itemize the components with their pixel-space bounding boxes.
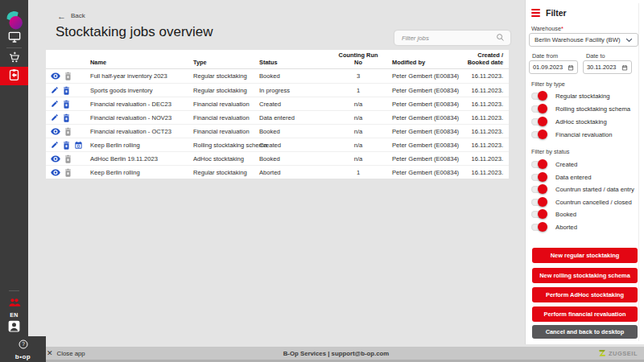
cell-modified-by: Peter Gembert (E00834) xyxy=(378,101,467,108)
page-title: Stocktaking jobs overview xyxy=(56,24,213,40)
perform-financial-revaluation-button[interactable]: Perform financial revaluation xyxy=(532,306,638,322)
sidebar-item-stocktaking-active[interactable] xyxy=(0,67,28,85)
cell-type: Regular stocktaking xyxy=(193,169,259,176)
edit-icon[interactable] xyxy=(51,100,59,108)
filter-menu-icon[interactable] xyxy=(531,9,540,17)
sidebar-item-desktop[interactable] xyxy=(0,29,28,48)
toggle-switch[interactable] xyxy=(531,105,547,113)
toggle-switch[interactable] xyxy=(531,161,547,168)
filter-panel: Filter Warehouse* Berlin Warehouse Facil… xyxy=(525,0,644,344)
back-button[interactable]: ← Back xyxy=(57,12,85,19)
delete-icon-disabled[interactable] xyxy=(64,168,72,177)
toggle-switch[interactable] xyxy=(531,211,547,218)
delete-icon[interactable] xyxy=(63,141,70,150)
back-arrow-icon: ← xyxy=(57,13,66,19)
delete-icon-disabled[interactable] xyxy=(64,154,72,163)
sidebar-item-shop[interactable] xyxy=(0,49,28,68)
cell-name: Financial revaluation - DEC23 xyxy=(90,101,193,108)
help-icon[interactable]: ? xyxy=(19,338,28,352)
toggle-label: Financial revaluation xyxy=(555,131,613,138)
cell-name: Sports goods inventory xyxy=(90,87,193,94)
new-regular-stocktaking-button[interactable]: New regular stocktaking xyxy=(532,248,638,263)
toggle-label: Aborted xyxy=(555,224,577,231)
cell-counting-run-no: 1 xyxy=(338,169,378,176)
toggle-label: Countrun cancelled / closed xyxy=(555,199,632,206)
filter-by-type-label: Filter by type xyxy=(531,80,565,88)
search-input[interactable] xyxy=(400,34,496,43)
users-group-icon xyxy=(8,296,21,311)
cell-type: Financial revaluation xyxy=(193,114,259,121)
cell-name: Full half-year inventory 2023 xyxy=(90,72,193,80)
row-actions xyxy=(46,127,90,136)
toggle-switch[interactable] xyxy=(531,131,547,138)
cell-type: Rolling stocktaking schema xyxy=(193,142,259,149)
toggle-switch[interactable] xyxy=(531,118,547,125)
cell-counting-run-no: 3 xyxy=(338,72,378,80)
toggle-switch[interactable] xyxy=(531,174,547,181)
cell-created-booked-date: 16.11.2023. xyxy=(467,155,509,162)
cancel-and-back-to-desktop-button[interactable]: Cancel and back to desktop xyxy=(532,325,638,339)
delete-icon-disabled[interactable] xyxy=(64,127,72,136)
cell-modified-by: Peter Gembert (E00834) xyxy=(378,142,467,149)
bop-logo-text: b•op xyxy=(15,353,31,360)
delete-icon[interactable] xyxy=(63,100,70,109)
warehouse-select[interactable]: Berlin Warehouse Facility (BW) xyxy=(529,33,638,47)
toggle-label: Data entered xyxy=(555,174,591,181)
cell-status: In progress xyxy=(259,87,338,94)
search-box xyxy=(394,31,510,45)
calendar-icon[interactable] xyxy=(621,64,628,71)
edit-icon[interactable] xyxy=(51,86,59,94)
table-body: Full half-year inventory 2023Regular sto… xyxy=(46,69,509,179)
edit-icon[interactable] xyxy=(51,113,59,121)
column-created-booked-date: Created / Booked date xyxy=(467,51,509,67)
bop-logo-block: ? b•op xyxy=(0,336,46,362)
column-name: Name xyxy=(90,59,193,66)
delete-icon[interactable] xyxy=(63,113,70,122)
toggle-switch[interactable] xyxy=(531,93,547,100)
view-icon[interactable] xyxy=(51,155,60,162)
cell-created-booked-date: 16.11.2023. xyxy=(467,72,509,80)
cell-status: Booked xyxy=(259,128,338,135)
calendar-icon[interactable] xyxy=(568,64,574,71)
sidebar-item-team[interactable] xyxy=(0,297,28,310)
cell-name: Keep Berlin rolling xyxy=(90,142,193,149)
cell-modified-by: Peter Gembert (E00834) xyxy=(378,155,467,162)
cell-modified-by: Peter Gembert (E00834) xyxy=(378,114,467,121)
table-row: Financial revaluation - OCT23Financial r… xyxy=(46,124,509,138)
search-icon[interactable] xyxy=(496,31,505,45)
filter-toggle-row: Financial revaluation xyxy=(531,128,636,141)
monitor-icon xyxy=(8,31,21,46)
cell-type: Financial revaluation xyxy=(193,101,259,108)
cell-status: Created xyxy=(259,142,338,149)
column-modified-by: Modified by xyxy=(378,59,467,66)
filter-by-status-label: Filter by status xyxy=(531,148,569,155)
toggle-switch[interactable] xyxy=(531,199,547,206)
delete-icon-disabled[interactable] xyxy=(64,72,72,80)
language-indicator[interactable]: EN xyxy=(0,312,28,318)
view-icon[interactable] xyxy=(51,72,60,80)
delete-icon[interactable] xyxy=(63,86,70,95)
type-filter-list: Regular stocktakingRolling stocktaking s… xyxy=(531,89,636,141)
cell-modified-by: Peter Gembert (E00834) xyxy=(378,169,467,176)
date-to-input[interactable]: 30.11.2023 xyxy=(583,60,632,74)
view-icon[interactable] xyxy=(51,128,60,135)
zugseil-brand: ZUGSEIL xyxy=(598,346,638,360)
support-text: B-Op Services | support@b-op.com xyxy=(28,350,644,357)
table-row: Keep Berlin rollingRolling stocktaking s… xyxy=(46,138,509,151)
filter-toggle-row: Created xyxy=(531,158,636,171)
cell-name: Keep Berlin rolling xyxy=(90,169,193,176)
rolling-schema-icon[interactable] xyxy=(74,141,83,150)
toggle-switch[interactable] xyxy=(531,186,547,193)
view-icon[interactable] xyxy=(51,169,60,176)
cell-counting-run-no: n/a xyxy=(338,155,378,162)
sidebar-item-profile[interactable] xyxy=(0,321,28,334)
toggle-label: Created xyxy=(555,161,577,168)
table-row: Sports goods inventoryRegular stocktakin… xyxy=(46,83,509,97)
toggle-switch[interactable] xyxy=(531,224,547,231)
new-rolling-stocktaking-schema-button[interactable]: New rolling stocktaking schema xyxy=(532,268,638,283)
date-from-input[interactable]: 01.09.2023 xyxy=(529,60,578,74)
cell-counting-run-no: 1 xyxy=(338,87,378,94)
edit-icon[interactable] xyxy=(51,141,59,149)
perform-adhoc-stocktaking-button[interactable]: Perform AdHoc stocktaking xyxy=(532,287,638,302)
toggle-label: Rolling stocktaking schema xyxy=(555,105,630,113)
